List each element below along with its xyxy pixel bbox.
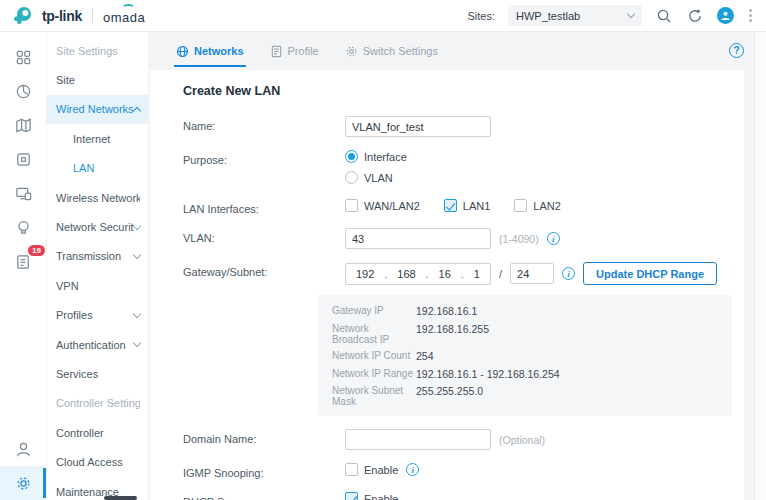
network-summary-panel: Gateway IP192.168.16.1 Network Broadcast… (318, 295, 732, 416)
account-avatar[interactable] (717, 7, 734, 24)
sidebar-item-network-security[interactable]: Network Security (47, 212, 148, 241)
sidebar-item-vpn[interactable]: VPN (47, 271, 148, 300)
lan2-checkbox[interactable]: LAN2 (514, 199, 561, 212)
tab-bar: Networks Profile Switch Settings (148, 32, 766, 70)
sidebar-section-controller-settings: Controller Settings (47, 389, 148, 418)
notification-badge: 19 (28, 245, 45, 256)
purpose-row: Purpose: Interface VLAN (183, 150, 744, 184)
sidebar-item-authentication[interactable]: Authentication (47, 330, 148, 359)
radio-icon (345, 171, 358, 184)
checkbox-checked-icon (345, 492, 358, 500)
tp-link-logo-icon (12, 5, 34, 27)
logs-icon[interactable]: 19 (0, 244, 46, 278)
sidebar: Site Settings Site Wired Networks Intern… (46, 32, 148, 500)
ip-dot (384, 268, 387, 280)
checkbox-icon (345, 463, 358, 476)
domain-name-label: Domain Name: (183, 429, 345, 445)
lan-interfaces-label: LAN Interfaces: (183, 199, 345, 215)
info-icon[interactable] (547, 232, 560, 245)
dhcp-enable-checkbox[interactable]: Enable (345, 492, 398, 500)
info-icon[interactable] (562, 267, 575, 280)
checkbox-icon (345, 199, 358, 212)
subnet-separator: / (499, 268, 502, 280)
insights-icon[interactable] (0, 210, 46, 244)
tab-profile[interactable]: Profile (270, 32, 319, 70)
sidebar-item-services[interactable]: Services (47, 359, 148, 388)
document-icon (270, 45, 283, 58)
sites-label: Sites: (467, 10, 495, 22)
sidebar-item-controller[interactable]: Controller (47, 418, 148, 447)
name-label: Name: (183, 116, 345, 132)
brand-name: tp-link (42, 8, 82, 24)
tab-networks[interactable]: Networks (176, 32, 244, 70)
sidebar-item-cloud-access[interactable]: Cloud Access (47, 447, 148, 476)
purpose-label: Purpose: (183, 150, 345, 166)
sidebar-item-transmission[interactable]: Transmission (47, 242, 148, 271)
sidebar-item-site[interactable]: Site (47, 65, 148, 94)
dhcp-server-row: DHCP Server: Enable (183, 492, 744, 500)
more-menu-icon[interactable] (747, 7, 754, 24)
domain-name-input[interactable] (345, 429, 491, 450)
vlan-input[interactable] (345, 228, 491, 249)
vlan-row: VLAN: (1-4090) (183, 228, 744, 249)
optional-hint: (Optional) (499, 434, 545, 446)
chevron-down-icon (133, 309, 141, 317)
sidebar-item-wireless-networks[interactable]: Wireless Networks (47, 183, 148, 212)
sub-brand: omada (103, 7, 145, 25)
summary-row: Network Broadcast IP192.168.16.255 (332, 323, 718, 345)
igmp-snooping-label: IGMP Snooping: (183, 463, 345, 479)
gear-icon (345, 45, 358, 58)
summary-row: Network Subnet Mask255.255.255.0 (332, 385, 718, 407)
checkbox-icon (514, 199, 527, 212)
summary-row: Network IP Range192.168.16.1 - 192.168.1… (332, 368, 718, 380)
chevron-up-icon (133, 107, 141, 115)
domain-name-row: Domain Name: (Optional) (183, 429, 744, 450)
gateway-ip-input[interactable]: 192 168 16 1 (345, 263, 491, 285)
brand: tp-link omada (12, 5, 145, 27)
map-icon[interactable] (0, 108, 46, 142)
checkbox-checked-icon (444, 199, 457, 212)
page-scrollbar-track[interactable] (754, 32, 766, 500)
tab-switch-settings[interactable]: Switch Settings (345, 32, 438, 70)
sidebar-scrollbar-thumb[interactable] (104, 496, 137, 500)
help-icon[interactable] (729, 43, 744, 58)
clients-icon[interactable] (0, 176, 46, 210)
update-dhcp-range-button[interactable]: Update DHCP Range (583, 262, 717, 285)
settings-icon[interactable] (0, 466, 46, 500)
purpose-interface-radio[interactable]: Interface (345, 150, 407, 163)
main-content: Networks Profile Switch Settings Create … (148, 32, 766, 500)
name-input[interactable] (345, 116, 491, 137)
create-lan-card: Create New LAN Name: Purpose: Interface … (150, 70, 744, 500)
devices-icon[interactable] (0, 142, 46, 176)
sidebar-item-wired-networks[interactable]: Wired Networks (47, 95, 148, 124)
subnet-prefix-input[interactable] (510, 263, 554, 284)
search-icon[interactable] (655, 7, 673, 25)
statistics-icon[interactable] (0, 74, 46, 108)
vlan-range-hint: (1-4090) (499, 233, 539, 245)
sidebar-section-site-settings: Site Settings (47, 36, 148, 65)
lan1-checkbox[interactable]: LAN1 (444, 199, 491, 212)
sidebar-item-profiles[interactable]: Profiles (47, 301, 148, 330)
gateway-row: Gateway/Subnet: 192 168 16 1 / Update DH… (183, 262, 744, 285)
dhcp-server-label: DHCP Server: (183, 492, 345, 500)
ip-dot (426, 268, 429, 280)
wan-lan2-checkbox[interactable]: WAN/LAN2 (345, 199, 420, 212)
brand-divider (92, 8, 93, 23)
igmp-snooping-row: IGMP Snooping: Enable (183, 463, 744, 479)
info-icon[interactable] (406, 463, 419, 476)
igmp-enable-checkbox[interactable]: Enable (345, 463, 398, 476)
sidebar-item-lan[interactable]: LAN (47, 154, 148, 183)
site-selector-dropdown[interactable]: HWP_testlab (508, 5, 642, 26)
omada-arc-icon (122, 4, 135, 12)
purpose-vlan-radio[interactable]: VLAN (345, 171, 393, 184)
chevron-down-icon (627, 10, 635, 18)
refresh-icon[interactable] (686, 7, 704, 25)
lan-interfaces-row: LAN Interfaces: WAN/LAN2 LAN1 LAN2 (183, 199, 744, 215)
dashboard-icon[interactable] (0, 40, 46, 74)
chevron-down-icon (133, 251, 141, 259)
gateway-label: Gateway/Subnet: (183, 262, 345, 278)
account-icon[interactable] (0, 432, 46, 466)
chevron-down-icon (133, 221, 141, 229)
sidebar-item-internet[interactable]: Internet (47, 124, 148, 153)
globe-icon (176, 45, 189, 58)
